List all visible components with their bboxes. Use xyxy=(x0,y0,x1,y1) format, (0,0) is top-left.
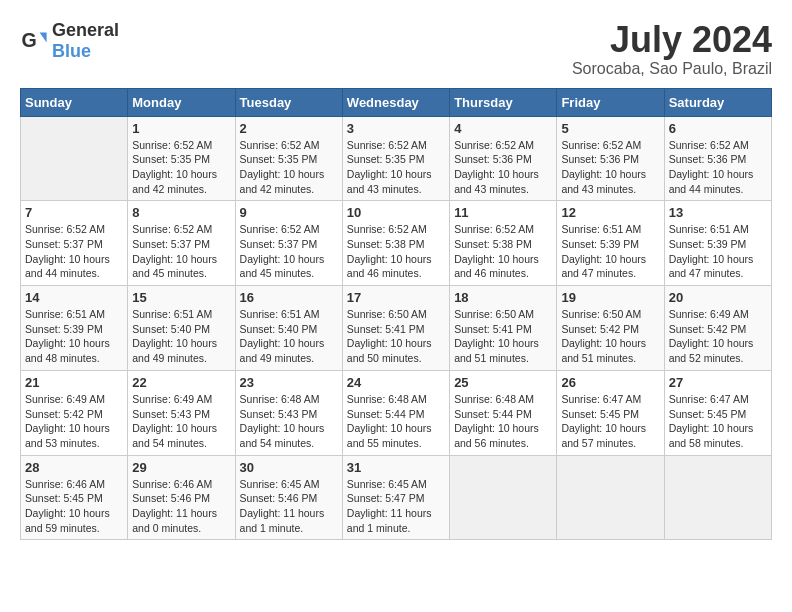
day-number: 28 xyxy=(25,460,123,475)
calendar-cell: 23Sunrise: 6:48 AMSunset: 5:43 PMDayligh… xyxy=(235,370,342,455)
title-area: July 2024 Sorocaba, Sao Paulo, Brazil xyxy=(572,20,772,78)
day-number: 1 xyxy=(132,121,230,136)
calendar-cell: 13Sunrise: 6:51 AMSunset: 5:39 PMDayligh… xyxy=(664,201,771,286)
calendar-cell: 5Sunrise: 6:52 AMSunset: 5:36 PMDaylight… xyxy=(557,116,664,201)
day-number: 15 xyxy=(132,290,230,305)
calendar-cell: 21Sunrise: 6:49 AMSunset: 5:42 PMDayligh… xyxy=(21,370,128,455)
day-info: Sunrise: 6:45 AMSunset: 5:46 PMDaylight:… xyxy=(240,477,338,536)
day-number: 10 xyxy=(347,205,445,220)
day-info: Sunrise: 6:51 AMSunset: 5:40 PMDaylight:… xyxy=(132,307,230,366)
day-info: Sunrise: 6:52 AMSunset: 5:38 PMDaylight:… xyxy=(454,222,552,281)
calendar-cell: 8Sunrise: 6:52 AMSunset: 5:37 PMDaylight… xyxy=(128,201,235,286)
calendar-cell: 25Sunrise: 6:48 AMSunset: 5:44 PMDayligh… xyxy=(450,370,557,455)
day-number: 26 xyxy=(561,375,659,390)
calendar-cell xyxy=(557,455,664,540)
calendar-cell: 12Sunrise: 6:51 AMSunset: 5:39 PMDayligh… xyxy=(557,201,664,286)
calendar-header: SundayMondayTuesdayWednesdayThursdayFrid… xyxy=(21,88,772,116)
day-info: Sunrise: 6:52 AMSunset: 5:37 PMDaylight:… xyxy=(132,222,230,281)
logo-general: General xyxy=(52,20,119,40)
day-number: 31 xyxy=(347,460,445,475)
calendar-cell: 26Sunrise: 6:47 AMSunset: 5:45 PMDayligh… xyxy=(557,370,664,455)
calendar-cell: 24Sunrise: 6:48 AMSunset: 5:44 PMDayligh… xyxy=(342,370,449,455)
day-number: 13 xyxy=(669,205,767,220)
calendar-cell: 6Sunrise: 6:52 AMSunset: 5:36 PMDaylight… xyxy=(664,116,771,201)
logo-text: General Blue xyxy=(52,20,119,62)
calendar-cell: 31Sunrise: 6:45 AMSunset: 5:47 PMDayligh… xyxy=(342,455,449,540)
calendar-cell xyxy=(450,455,557,540)
week-row: 14Sunrise: 6:51 AMSunset: 5:39 PMDayligh… xyxy=(21,286,772,371)
calendar-cell: 27Sunrise: 6:47 AMSunset: 5:45 PMDayligh… xyxy=(664,370,771,455)
header-row: SundayMondayTuesdayWednesdayThursdayFrid… xyxy=(21,88,772,116)
calendar-cell: 1Sunrise: 6:52 AMSunset: 5:35 PMDaylight… xyxy=(128,116,235,201)
calendar-table: SundayMondayTuesdayWednesdayThursdayFrid… xyxy=(20,88,772,541)
day-number: 20 xyxy=(669,290,767,305)
day-info: Sunrise: 6:46 AMSunset: 5:45 PMDaylight:… xyxy=(25,477,123,536)
week-row: 21Sunrise: 6:49 AMSunset: 5:42 PMDayligh… xyxy=(21,370,772,455)
day-info: Sunrise: 6:50 AMSunset: 5:41 PMDaylight:… xyxy=(454,307,552,366)
day-number: 4 xyxy=(454,121,552,136)
calendar-cell: 28Sunrise: 6:46 AMSunset: 5:45 PMDayligh… xyxy=(21,455,128,540)
day-number: 16 xyxy=(240,290,338,305)
calendar-cell: 2Sunrise: 6:52 AMSunset: 5:35 PMDaylight… xyxy=(235,116,342,201)
day-number: 18 xyxy=(454,290,552,305)
header-cell-friday: Friday xyxy=(557,88,664,116)
calendar-cell: 30Sunrise: 6:45 AMSunset: 5:46 PMDayligh… xyxy=(235,455,342,540)
day-number: 9 xyxy=(240,205,338,220)
calendar-cell: 22Sunrise: 6:49 AMSunset: 5:43 PMDayligh… xyxy=(128,370,235,455)
day-info: Sunrise: 6:52 AMSunset: 5:36 PMDaylight:… xyxy=(454,138,552,197)
calendar-cell: 19Sunrise: 6:50 AMSunset: 5:42 PMDayligh… xyxy=(557,286,664,371)
day-info: Sunrise: 6:50 AMSunset: 5:42 PMDaylight:… xyxy=(561,307,659,366)
day-info: Sunrise: 6:47 AMSunset: 5:45 PMDaylight:… xyxy=(561,392,659,451)
day-info: Sunrise: 6:52 AMSunset: 5:35 PMDaylight:… xyxy=(132,138,230,197)
day-number: 21 xyxy=(25,375,123,390)
day-info: Sunrise: 6:51 AMSunset: 5:40 PMDaylight:… xyxy=(240,307,338,366)
header: G General Blue July 2024 Sorocaba, Sao P… xyxy=(20,20,772,78)
day-number: 14 xyxy=(25,290,123,305)
day-info: Sunrise: 6:52 AMSunset: 5:38 PMDaylight:… xyxy=(347,222,445,281)
day-number: 6 xyxy=(669,121,767,136)
calendar-cell: 10Sunrise: 6:52 AMSunset: 5:38 PMDayligh… xyxy=(342,201,449,286)
main-title: July 2024 xyxy=(572,20,772,60)
calendar-cell: 11Sunrise: 6:52 AMSunset: 5:38 PMDayligh… xyxy=(450,201,557,286)
header-cell-wednesday: Wednesday xyxy=(342,88,449,116)
calendar-cell: 20Sunrise: 6:49 AMSunset: 5:42 PMDayligh… xyxy=(664,286,771,371)
day-number: 12 xyxy=(561,205,659,220)
day-number: 17 xyxy=(347,290,445,305)
calendar-cell: 3Sunrise: 6:52 AMSunset: 5:35 PMDaylight… xyxy=(342,116,449,201)
calendar-cell: 14Sunrise: 6:51 AMSunset: 5:39 PMDayligh… xyxy=(21,286,128,371)
week-row: 7Sunrise: 6:52 AMSunset: 5:37 PMDaylight… xyxy=(21,201,772,286)
day-number: 8 xyxy=(132,205,230,220)
calendar-cell: 4Sunrise: 6:52 AMSunset: 5:36 PMDaylight… xyxy=(450,116,557,201)
day-number: 19 xyxy=(561,290,659,305)
day-info: Sunrise: 6:49 AMSunset: 5:42 PMDaylight:… xyxy=(669,307,767,366)
day-number: 2 xyxy=(240,121,338,136)
logo: G General Blue xyxy=(20,20,119,62)
day-info: Sunrise: 6:48 AMSunset: 5:44 PMDaylight:… xyxy=(347,392,445,451)
day-number: 30 xyxy=(240,460,338,475)
day-info: Sunrise: 6:52 AMSunset: 5:35 PMDaylight:… xyxy=(347,138,445,197)
day-info: Sunrise: 6:49 AMSunset: 5:42 PMDaylight:… xyxy=(25,392,123,451)
day-info: Sunrise: 6:52 AMSunset: 5:36 PMDaylight:… xyxy=(561,138,659,197)
week-row: 1Sunrise: 6:52 AMSunset: 5:35 PMDaylight… xyxy=(21,116,772,201)
day-number: 3 xyxy=(347,121,445,136)
week-row: 28Sunrise: 6:46 AMSunset: 5:45 PMDayligh… xyxy=(21,455,772,540)
day-info: Sunrise: 6:49 AMSunset: 5:43 PMDaylight:… xyxy=(132,392,230,451)
day-info: Sunrise: 6:52 AMSunset: 5:37 PMDaylight:… xyxy=(25,222,123,281)
day-number: 29 xyxy=(132,460,230,475)
day-number: 7 xyxy=(25,205,123,220)
svg-text:G: G xyxy=(21,29,36,51)
header-cell-thursday: Thursday xyxy=(450,88,557,116)
day-info: Sunrise: 6:52 AMSunset: 5:35 PMDaylight:… xyxy=(240,138,338,197)
day-number: 25 xyxy=(454,375,552,390)
calendar-cell: 16Sunrise: 6:51 AMSunset: 5:40 PMDayligh… xyxy=(235,286,342,371)
day-number: 23 xyxy=(240,375,338,390)
day-number: 11 xyxy=(454,205,552,220)
day-info: Sunrise: 6:51 AMSunset: 5:39 PMDaylight:… xyxy=(669,222,767,281)
calendar-cell: 7Sunrise: 6:52 AMSunset: 5:37 PMDaylight… xyxy=(21,201,128,286)
calendar-cell xyxy=(21,116,128,201)
header-cell-saturday: Saturday xyxy=(664,88,771,116)
day-number: 22 xyxy=(132,375,230,390)
day-info: Sunrise: 6:51 AMSunset: 5:39 PMDaylight:… xyxy=(25,307,123,366)
calendar-body: 1Sunrise: 6:52 AMSunset: 5:35 PMDaylight… xyxy=(21,116,772,540)
day-info: Sunrise: 6:47 AMSunset: 5:45 PMDaylight:… xyxy=(669,392,767,451)
